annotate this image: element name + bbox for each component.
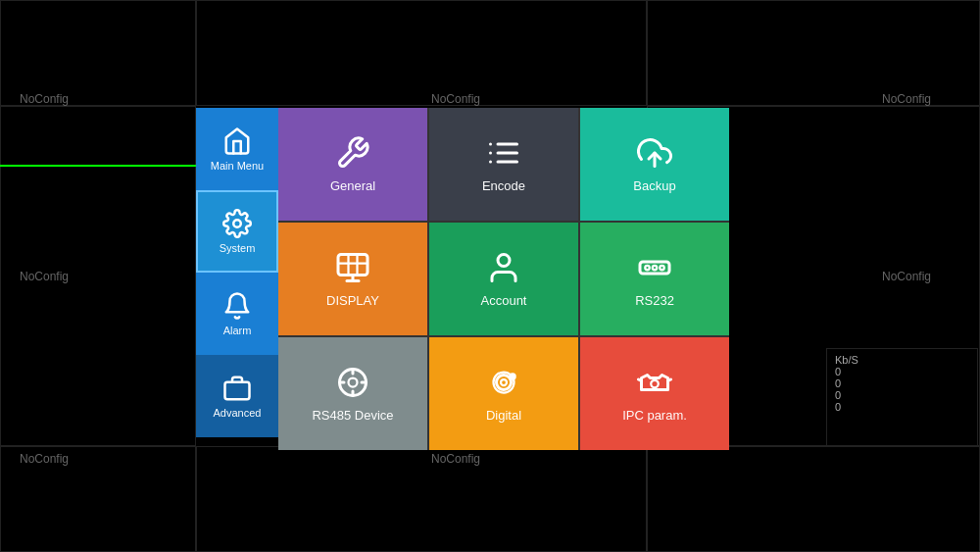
svg-point-0 [233,220,241,227]
sidebar-label-advanced: Advanced [214,407,262,419]
person-icon [486,250,521,285]
upload-icon [637,135,672,171]
bot-mid-panel [196,446,647,552]
svg-point-18 [653,266,658,271]
tile-rs485[interactable]: RS485 Device [278,337,427,450]
noconfig-top-center: NoConfig [431,92,480,106]
sidebar-item-main-menu[interactable]: Main Menu [196,108,278,190]
house-icon [222,126,252,156]
tile-label-general: General [330,178,375,193]
kbs-val-3: 0 [835,389,969,401]
bag-icon [222,374,252,403]
svg-point-19 [660,266,664,271]
main-overlay: Main Menu System Alarm Advanced [196,108,729,450]
sidebar-label-main-menu: Main Menu [211,160,264,172]
kbs-val-2: 0 [835,377,969,389]
tile-rs232[interactable]: RS232 [580,223,729,335]
sidebar-item-system[interactable]: System [196,190,278,273]
svg-point-26 [497,376,512,390]
svg-rect-1 [225,382,250,400]
tile-label-rs232: RS232 [635,293,674,308]
green-accent-line [0,165,196,167]
noconfig-mid-left: NoConfig [20,270,69,283]
sidebar-item-advanced[interactable]: Advanced [196,355,278,437]
svg-point-17 [645,266,650,271]
tile-backup[interactable]: Backup [580,108,729,221]
tile-label-ipc: IPC param. [622,408,687,423]
display-icon [335,250,370,285]
menu-grid: General Encode Backup [278,108,729,450]
tile-display[interactable]: DISPLAY [278,223,427,335]
tile-encode[interactable]: Encode [429,108,578,221]
noconfig-bot-center: NoConfig [431,452,480,466]
sidebar-item-alarm[interactable]: Alarm [196,273,278,355]
gear-icon [222,209,252,238]
tile-digital[interactable]: Digital [429,337,578,450]
tile-ipc[interactable]: IPC param. [580,337,729,450]
tile-label-backup: Backup [633,178,675,193]
kbs-display: Kb/S 0 0 0 0 [826,348,978,446]
kbs-val-4: 0 [835,401,969,413]
camera-icon [486,365,521,400]
tile-label-rs485: RS485 Device [312,408,393,423]
sidebar-label-alarm: Alarm [223,325,252,336]
bell-icon [222,291,252,321]
tile-general[interactable]: General [278,108,427,221]
rs232-icon [637,250,672,285]
top-left-panel [0,0,196,106]
svg-point-21 [349,378,358,387]
noconfig-top-right: NoConfig [882,92,931,106]
tile-label-encode: Encode [482,178,525,193]
wrench-icon [335,135,370,171]
tile-label-account: Account [481,293,527,308]
top-right-panel [647,0,980,106]
noconfig-mid-right: NoConfig [882,270,931,283]
kbs-val-1: 0 [835,366,969,377]
svg-point-27 [501,379,507,385]
bot-right-panel [647,446,980,552]
top-mid-panel [196,0,647,106]
ipc-icon [637,365,672,400]
tile-account[interactable]: Account [429,223,578,335]
svg-point-15 [498,255,510,267]
sidebar-label-system: System [220,242,256,254]
tile-label-display: DISPLAY [326,293,379,308]
svg-rect-9 [338,255,368,276]
kbs-label: Kb/S [835,354,969,366]
svg-point-30 [651,380,659,388]
noconfig-bot-left: NoConfig [20,452,69,466]
tile-label-digital: Digital [486,408,521,423]
noconfig-top-left: NoConfig [20,92,69,106]
encode-icon [486,135,521,171]
clock-icon [335,365,370,400]
sidebar: Main Menu System Alarm Advanced [196,108,278,450]
